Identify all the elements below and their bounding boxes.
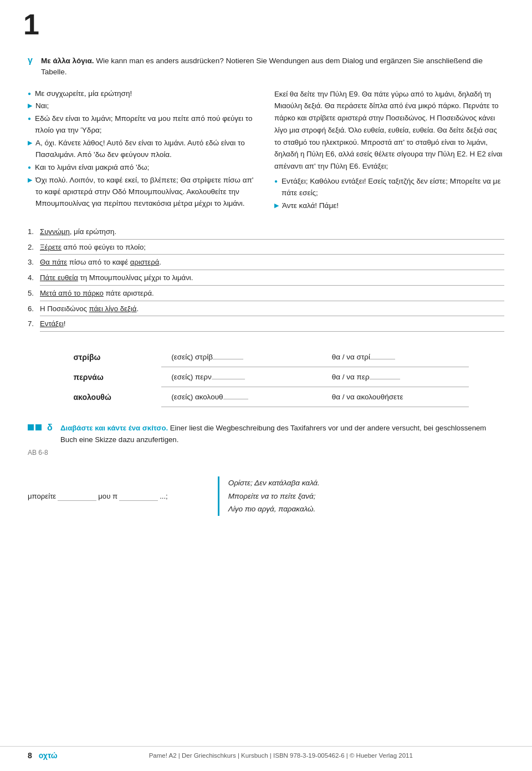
- dialog-right-plain: Εκεί θα δείτε την Πύλη Ε9. Θα πάτε γύρω …: [274, 88, 504, 173]
- underline-text: αριστερά: [130, 258, 159, 266]
- footer-page-number: 8: [28, 751, 32, 760]
- dialog-text: Εδώ δεν είναι το λιμάνι; Μπορείτε να μου…: [35, 113, 258, 136]
- delta-square-1: [28, 424, 34, 430]
- table-row: ακολουθώ (εσείς) ακολουθ θα / να ακολουθ…: [64, 387, 469, 407]
- item-number: 2.: [28, 241, 40, 254]
- delta-label: δ: [47, 423, 56, 433]
- delta-squares: [28, 424, 42, 430]
- dialog-left-item-6: ▶ Όχι πολύ. Λοιπόν, το καφέ εκεί, το βλέ…: [28, 175, 258, 210]
- verb-cell: ακολουθώ: [64, 387, 162, 407]
- gamma-instruction-rest: Wie kann man es anders ausdrücken? Notie…: [41, 57, 483, 76]
- item-number: 7.: [28, 317, 40, 331]
- dialog-left-item-1: ● Με συγχωρείτε, μία ερώτηση!: [28, 88, 258, 100]
- bullet-arrow-icon: ▶: [28, 102, 32, 109]
- dialog-right: Εκεί θα δείτε την Πύλη Ε9. Θα πάτε γύρω …: [274, 88, 504, 213]
- page-number-top: 1: [23, 10, 39, 39]
- table-row: στρίβω (εσείς) στρίβ θα / να στρί: [64, 347, 469, 367]
- verb-table: στρίβω (εσείς) στρίβ θα / να στρί περνάω…: [64, 347, 469, 407]
- dialog-left-item-4: ▶ Α, όχι. Κάνετε λάθος! Αυτό δεν είναι τ…: [28, 138, 258, 161]
- gamma-instruction: Με άλλα λόγια. Wie kann man es anders au…: [41, 55, 504, 78]
- list-item: 3. Θα πάτε πίσω από το καφέ αριστερά.: [28, 256, 504, 270]
- list-item: 7. Εντάξει!: [28, 317, 504, 332]
- delta-highlight: Διαβάστε και κάντε ένα σκίτσο.: [60, 424, 168, 432]
- dialog-right-item-3: ▶ Άντε καλά! Πάμε!: [274, 200, 504, 212]
- dialog-left-item-2: ▶ Ναι;: [28, 100, 258, 112]
- italic-box: Ορίστε; Δεν κατάλαβα καλά. Μπορείτε να τ…: [218, 476, 320, 516]
- dialog-right-item-2: ● Εντάξει; Καθόλου εντάξει! Εσείς ταξιτζ…: [274, 176, 504, 199]
- fill-word-2: μου π: [98, 492, 117, 500]
- item-number: 5.: [28, 287, 40, 300]
- verb-bold: ω: [94, 353, 100, 362]
- dialog-columns: ● Με συγχωρείτε, μία ερώτηση! ▶ Ναι; ● Ε…: [28, 88, 504, 213]
- delta-instruction: Διαβάστε και κάντε ένα σκίτσο. Einer lie…: [60, 424, 486, 443]
- underline-text: Ξέρετε: [40, 243, 62, 251]
- underline-text: Μετά από το πάρκο: [40, 289, 104, 297]
- list-item: 1. Συγνώμη, μία ερώτηση.: [28, 225, 504, 240]
- item-text: Η Ποσειδώνος πάει λίγο δεξιά.: [40, 302, 504, 317]
- item-text: Θα πάτε πίσω από το καφέ αριστερά.: [40, 256, 504, 270]
- verb-cell: στρίβω: [64, 347, 162, 367]
- item-text: Μετά από το πάρκο πάτε αριστερά.: [40, 287, 504, 301]
- footer-center-text: Pame! A2 | Der Griechischkurs | Kursbuch…: [58, 752, 504, 759]
- underline-text: Θα πάτε: [40, 258, 67, 266]
- section-gamma: γ Με άλλα λόγια. Wie kann man es anders …: [28, 55, 504, 78]
- italic-line-1: Ορίστε; Δεν κατάλαβα καλά.: [228, 476, 320, 490]
- item-text: Πάτε ευθεία τη Μπουμπουλίνας μέχρι το λι…: [40, 271, 504, 286]
- section-delta: δ Διαβάστε και κάντε ένα σκίτσο. Einer l…: [28, 423, 504, 445]
- item-number: 4.: [28, 271, 40, 285]
- dialog-text: Με συγχωρείτε, μία ερώτηση!: [35, 88, 258, 100]
- verb-cell: περνάω: [64, 367, 162, 387]
- item-number: 1.: [28, 225, 40, 239]
- verb-bold: άω: [92, 373, 103, 382]
- verb-bold: ώ: [105, 393, 111, 402]
- delta-square-2: [35, 424, 42, 430]
- bottom-fill-wrap: μπορείτε μου π ...; Ορίστε; Δεν κατάλαβα…: [28, 474, 504, 516]
- footer-page-word: οχτώ: [39, 751, 58, 760]
- fill-dots: ...;: [160, 492, 167, 500]
- ab-tag-row: AB 6-8: [28, 448, 504, 456]
- dialog-text: Ναι;: [35, 100, 258, 112]
- underline-text: Εντάξει: [40, 319, 64, 328]
- bullet-arrow-icon: ▶: [274, 202, 279, 209]
- fill-line-2: [119, 492, 158, 501]
- dialog-left-item-5: ● Και το λιμάνι είναι μακριά από 'δω;: [28, 162, 258, 174]
- list-item: 4. Πάτε ευθεία τη Μπουμπουλίνας μέχρι το…: [28, 271, 504, 286]
- dialog-text: Α, όχι. Κάνετε λάθος! Αυτό δεν είναι το …: [35, 138, 258, 161]
- page-footer: 8 οχτώ Pame! A2 | Der Griechischkurs | K…: [0, 746, 532, 760]
- fill-word-1: μπορείτε: [28, 492, 56, 500]
- underline-text: Συγνώμη: [40, 227, 70, 236]
- dialog-left: ● Με συγχωρείτε, μία ερώτηση! ▶ Ναι; ● Ε…: [28, 88, 258, 213]
- item-number: 6.: [28, 302, 40, 316]
- bullet-circle-icon: ●: [28, 90, 31, 97]
- verb-mid-cell: (εσείς) περν: [161, 367, 321, 387]
- numbered-list: 1. Συγνώμη, μία ερώτηση. 2. Ξέρετε από π…: [28, 225, 504, 332]
- dialog-text: Εντάξει; Καθόλου εντάξει! Εσείς ταξιτζής…: [282, 176, 504, 199]
- verb-right-cell: θα / να ακολουθήσετε: [322, 387, 469, 407]
- list-item: 2. Ξέρετε από πού φεύγει το πλοίο;: [28, 241, 504, 255]
- item-text: Ξέρετε από πού φεύγει το πλοίο;: [40, 241, 504, 255]
- table-row: περνάω (εσείς) περν θα / να περ: [64, 367, 469, 387]
- gamma-label: γ: [28, 55, 37, 65]
- ab-tag: AB 6-8: [28, 449, 61, 456]
- bullet-circle-icon: ●: [274, 178, 278, 184]
- italic-line-2: Μπορείτε να το πείτε ξανά;: [228, 490, 320, 503]
- delta-content: Διαβάστε και κάντε ένα σκίτσο. Einer lie…: [60, 423, 504, 445]
- dialog-text: Και το λιμάνι είναι μακριά από 'δω;: [35, 162, 258, 174]
- verb-mid-cell: (εσείς) ακολουθ: [161, 387, 321, 407]
- item-text: Εντάξει!: [40, 317, 504, 332]
- italic-line-3: Λίγο πιο αργά, παρακαλώ.: [228, 503, 320, 516]
- item-number: 3.: [28, 256, 40, 269]
- bullet-circle-icon: ●: [28, 164, 31, 170]
- bullet-arrow-icon: ▶: [28, 139, 32, 146]
- fill-in-left: μπορείτε μου π ...;: [28, 474, 168, 505]
- verb-mid-cell: (εσείς) στρίβ: [161, 347, 321, 367]
- verb-right-cell: θα / να στρί: [322, 347, 469, 367]
- dialog-left-item-3: ● Εδώ δεν είναι το λιμάνι; Μπορείτε να μ…: [28, 113, 258, 136]
- bullet-circle-icon: ●: [28, 115, 31, 121]
- dialog-text: Άντε καλά! Πάμε!: [282, 200, 504, 212]
- underline-text: Πάτε ευθεία: [40, 273, 78, 282]
- item-text: Συγνώμη, μία ερώτηση.: [40, 225, 504, 240]
- verb-right-cell: θα / να περ: [322, 367, 469, 387]
- gamma-instruction-bold: Με άλλα λόγια.: [41, 57, 94, 65]
- underline-text: πάει λίγο δεξιά: [89, 305, 137, 313]
